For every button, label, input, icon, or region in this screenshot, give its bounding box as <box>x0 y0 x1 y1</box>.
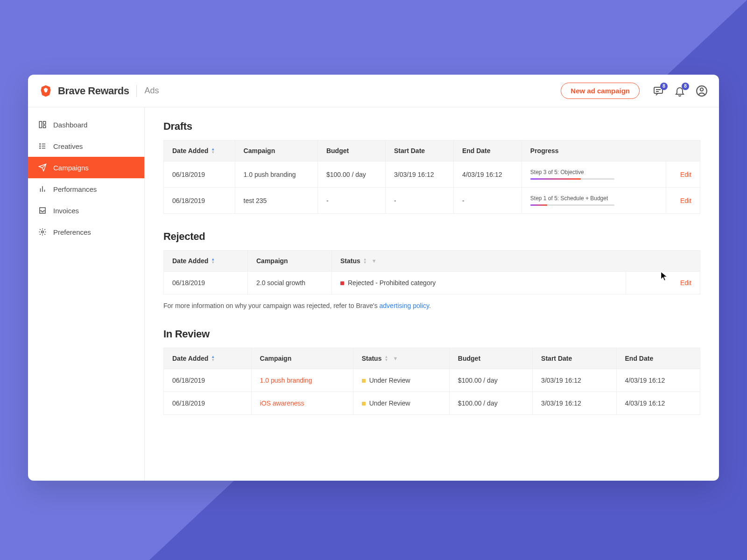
filter-icon[interactable]: ▼ <box>393 356 398 361</box>
cell-start: 3/03/19 16:12 <box>533 369 616 392</box>
cell-start: 3/03/19 16:12 <box>385 161 453 188</box>
campaign-link[interactable]: iOS awareness <box>260 399 304 407</box>
col-campaign[interactable]: Campaign <box>251 348 353 369</box>
sidebar-item-performances[interactable]: Performances <box>28 178 144 200</box>
edit-link[interactable]: Edit <box>680 197 691 204</box>
col-status[interactable]: Status▲▼▼ <box>332 251 700 272</box>
cell-date: 06/18/2019 <box>164 272 248 294</box>
cell-end: 4/03/19 16:12 <box>616 392 700 415</box>
col-progress[interactable]: Progress <box>521 140 700 161</box>
col-date-added[interactable]: Date Added▲▼ <box>164 140 235 161</box>
svg-point-8 <box>40 144 41 145</box>
notifications-button[interactable]: 8 <box>674 85 685 97</box>
svg-rect-6 <box>43 121 46 124</box>
svg-rect-7 <box>43 126 46 128</box>
app-window: Brave Rewards Ads New ad campaign 8 8 Da… <box>28 75 719 481</box>
svg-point-10 <box>40 146 41 147</box>
brand: Brave Rewards <box>39 84 129 98</box>
edit-link[interactable]: Edit <box>680 171 691 178</box>
send-icon <box>38 163 47 172</box>
cell-campaign: iOS awareness <box>251 392 353 415</box>
sidebar-item-campaigns[interactable]: Campaigns <box>28 157 144 178</box>
sidebar-item-creatives[interactable]: Creatives <box>28 135 144 157</box>
col-status[interactable]: Status▲▼▼ <box>353 348 449 369</box>
cell-start: - <box>385 188 453 214</box>
sidebar-item-label: Creatives <box>53 142 83 150</box>
svg-rect-5 <box>39 121 42 128</box>
new-ad-campaign-button[interactable]: New ad campaign <box>561 83 640 99</box>
sort-icon: ▲▼ <box>211 147 215 154</box>
col-budget[interactable]: Budget <box>449 348 532 369</box>
campaign-link[interactable]: 1.0 push branding <box>260 377 312 384</box>
inbox-icon <box>38 206 47 215</box>
divider <box>136 85 137 97</box>
cell-budget: $100.00 / day <box>449 392 532 415</box>
edit-link[interactable]: Edit <box>680 279 691 287</box>
rejected-title: Rejected <box>163 231 700 243</box>
sidebar-item-label: Preferences <box>53 228 91 236</box>
sort-icon: ▲▼ <box>384 355 388 362</box>
col-end[interactable]: End Date <box>453 140 521 161</box>
bar-chart-icon <box>38 185 47 193</box>
brave-lion-icon <box>39 84 52 98</box>
rejected-table: Date Added▲▼ Campaign Status▲▼▼ 06/18/20… <box>163 250 700 294</box>
cell-budget: - <box>317 188 385 214</box>
drafts-title: Drafts <box>163 120 700 133</box>
cell-budget: $100.00 / day <box>449 369 532 392</box>
sidebar-item-invoices[interactable]: Invoices <box>28 200 144 221</box>
gear-icon <box>38 228 47 236</box>
cell-progress: Step 1 of 5: Schedule + Budget <box>521 188 666 214</box>
main-content: Drafts Date Added▲▼ Campaign Budget Star… <box>145 107 719 481</box>
cell-date: 06/18/2019 <box>164 161 235 188</box>
messages-button[interactable]: 8 <box>653 85 664 97</box>
table-row: 06/18/2019 1.0 push branding $100.00 / d… <box>164 161 700 188</box>
topbar: Brave Rewards Ads New ad campaign 8 8 <box>28 75 719 107</box>
progress-label: Step 3 of 5: Objective <box>530 169 657 175</box>
brand-section: Ads <box>144 86 159 96</box>
cell-edit: Edit <box>666 161 700 188</box>
cell-end: 4/03/19 16:12 <box>453 161 521 188</box>
sidebar-item-dashboard[interactable]: Dashboard <box>28 114 144 135</box>
col-end[interactable]: End Date <box>616 348 700 369</box>
sidebar-item-preferences[interactable]: Preferences <box>28 221 144 243</box>
cell-progress: Step 3 of 5: Objective <box>521 161 666 188</box>
table-row: 06/18/2019 2.0 social growth Rejected - … <box>164 272 700 294</box>
cell-status: Rejected - Prohibited category <box>332 272 626 294</box>
dashboard-icon <box>38 120 47 129</box>
advertising-policy-link[interactable]: advertising policy <box>380 302 429 309</box>
progress-track <box>530 178 614 180</box>
sidebar-item-label: Campaigns <box>53 164 89 172</box>
col-budget[interactable]: Budget <box>317 140 385 161</box>
cell-edit: Edit <box>666 188 700 214</box>
profile-button[interactable] <box>696 85 708 97</box>
cell-edit: Edit <box>626 272 700 294</box>
progress-track <box>530 204 614 206</box>
table-row: 06/18/2019 test 235 - - - Step 1 of 5: S… <box>164 188 700 214</box>
sidebar: Dashboard Creatives Campaigns Performanc… <box>28 107 145 481</box>
status-dot-review-icon <box>362 402 366 406</box>
col-date-added[interactable]: Date Added▲▼ <box>164 251 248 272</box>
drafts-table: Date Added▲▼ Campaign Budget Start Date … <box>163 140 700 214</box>
list-icon <box>38 142 47 150</box>
cell-date: 06/18/2019 <box>164 392 252 415</box>
sidebar-item-label: Invoices <box>53 207 79 215</box>
sort-icon: ▲▼ <box>211 355 215 362</box>
progress-label: Step 1 of 5: Schedule + Budget <box>530 195 657 202</box>
cell-end: - <box>453 188 521 214</box>
cell-date: 06/18/2019 <box>164 369 252 392</box>
col-start[interactable]: Start Date <box>533 348 616 369</box>
filter-icon[interactable]: ▼ <box>372 258 377 264</box>
sort-icon: ▲▼ <box>211 258 215 264</box>
svg-point-12 <box>40 148 41 149</box>
col-campaign[interactable]: Campaign <box>235 140 317 161</box>
cell-campaign: 2.0 social growth <box>248 272 332 294</box>
col-campaign[interactable]: Campaign <box>248 251 332 272</box>
col-start[interactable]: Start Date <box>385 140 453 161</box>
cell-campaign: 1.0 push branding <box>251 369 353 392</box>
brand-title: Brave Rewards <box>58 85 129 97</box>
col-date-added[interactable]: Date Added▲▼ <box>164 348 252 369</box>
messages-badge: 8 <box>660 83 668 90</box>
svg-point-17 <box>42 231 44 233</box>
cell-date: 06/18/2019 <box>164 188 235 214</box>
cell-status: Under Review <box>353 392 449 415</box>
